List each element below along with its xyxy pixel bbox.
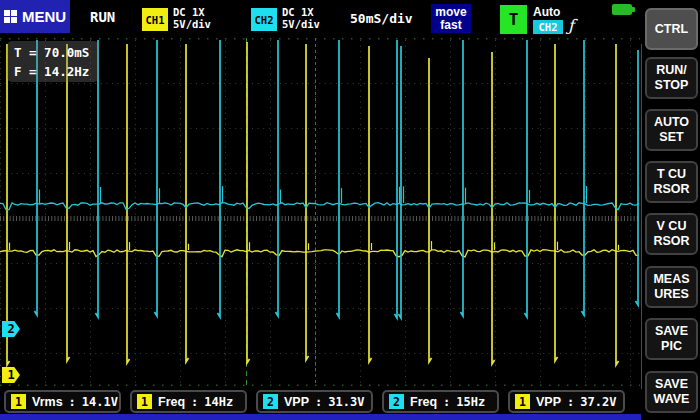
measurement-value: 37.2V	[580, 395, 616, 409]
menu-label: MENU	[22, 8, 66, 25]
measurement-label: Freq	[158, 395, 185, 409]
measurement-label: Vrms	[32, 395, 63, 409]
ch2-badge: 2	[263, 394, 278, 409]
timebase-readout: 50mS/div	[350, 11, 413, 26]
v-cursor-button[interactable]: V CU RSOR	[645, 213, 698, 255]
waveform-display[interactable]	[0, 36, 641, 388]
measurement-vpp-ch2: 2 VPP : 31.3V	[256, 390, 373, 413]
measurement-sep: :	[567, 395, 574, 409]
oscilloscope-screen: MENU RUN CH1 DC 1X 5V/div CH2 DC 1X 5V/d…	[0, 0, 700, 420]
trigger-button[interactable]: T	[500, 5, 527, 34]
frequency-readout: F = 14.2Hz	[14, 62, 99, 81]
t-cursor-button[interactable]: T CU RSOR	[645, 161, 698, 203]
move-fast-button[interactable]: move fast	[431, 4, 471, 33]
ch1-settings: DC 1X 5V/div	[173, 6, 211, 30]
save-wave-button[interactable]: SAVE WAVE	[645, 371, 698, 413]
auto-set-button[interactable]: AUTO SET	[645, 109, 698, 151]
measurement-value: 31.3V	[328, 395, 364, 409]
measurement-label: VPP	[536, 395, 561, 409]
measurement-label: Freq	[410, 395, 437, 409]
ch2-button[interactable]: CH2	[251, 8, 277, 31]
top-bar: MENU RUN CH1 DC 1X 5V/div CH2 DC 1X 5V/d…	[0, 0, 700, 36]
menu-button[interactable]: MENU	[0, 0, 70, 33]
cursor-readout-overlay: T = 70.0mS F = 14.2Hz	[7, 41, 99, 82]
ch1-badge: 1	[515, 394, 530, 409]
ch1-badge: 1	[11, 394, 26, 409]
trigger-mode: Auto	[533, 5, 560, 19]
save-pic-button[interactable]: SAVE PIC	[645, 318, 698, 360]
run-stop-button[interactable]: RUN/ STOP	[645, 57, 698, 99]
measurement-sep: :	[69, 395, 76, 409]
measurement-vpp-ch1: 1 VPP : 37.2V	[508, 390, 625, 413]
menu-grid-icon	[4, 10, 17, 23]
ch2-settings: DC 1X 5V/div	[282, 6, 320, 30]
measurement-value: 14Hz	[204, 395, 233, 409]
measurement-vrms-ch1: 1 Vrms : 14.1V	[4, 390, 121, 413]
sidebar: CTRL RUN/ STOP AUTO SET T CU RSOR V CU R…	[644, 0, 700, 420]
battery-icon	[612, 4, 632, 15]
measurement-value: 15Hz	[456, 395, 485, 409]
period-readout: T = 70.0mS	[14, 43, 99, 62]
measurement-value: 14.1V	[82, 395, 118, 409]
sidebar-divider	[641, 44, 642, 389]
run-status: RUN	[90, 9, 115, 25]
measurement-freq-ch2: 2 Freq : 15Hz	[382, 390, 499, 413]
ch1-badge: 1	[137, 394, 152, 409]
measurement-freq-ch1: 1 Freq : 14Hz	[130, 390, 247, 413]
measurement-label: VPP	[284, 395, 309, 409]
bottom-accent-strip	[0, 414, 641, 420]
ctrl-button[interactable]: CTRL	[645, 8, 698, 50]
measurement-sep: :	[191, 395, 198, 409]
ch2-badge: 2	[389, 394, 404, 409]
measures-button[interactable]: MEAS URES	[645, 266, 698, 308]
measurement-bar: 1 Vrms : 14.1V 1 Freq : 14Hz 2 VPP : 31.…	[0, 389, 641, 414]
waveform-svg	[0, 36, 641, 388]
measurement-sep: :	[315, 395, 322, 409]
trigger-edge-icon: ƒ	[568, 16, 574, 35]
trigger-source-badge[interactable]: CH2	[533, 20, 563, 34]
ch1-button[interactable]: CH1	[142, 8, 168, 31]
measurement-sep: :	[443, 395, 450, 409]
